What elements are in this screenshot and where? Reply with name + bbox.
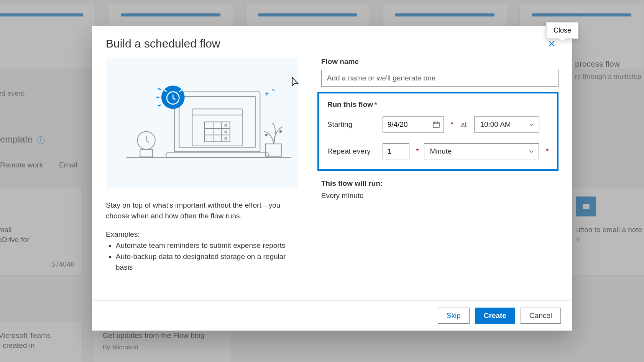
svg-rect-17 [266,144,281,156]
start-time-select[interactable]: 10:00 AM [474,116,539,133]
repeat-count-input[interactable] [383,143,409,159]
svg-point-13 [225,131,227,133]
scheduled-flow-modal: Build a scheduled flow Close [92,26,572,331]
starting-label: Starting [327,120,377,129]
svg-rect-16 [140,149,152,157]
required-asterisk: * [451,121,453,128]
svg-line-27 [158,105,161,106]
run-summary-value: Every minute [321,192,559,200]
flow-name-label: Flow name [321,57,559,66]
repeat-unit-select[interactable]: Minute [424,143,539,159]
svg-point-12 [225,124,227,126]
svg-rect-4 [166,153,268,158]
create-button[interactable]: Create [475,308,515,324]
modal-right-pane: Flow name Run this flow* Starting [308,57,559,300]
illustration [106,57,298,188]
svg-point-18 [279,131,281,133]
example-item: Auto-backup data to designated storage o… [116,251,298,273]
modal-description: Stay on top of what's important without … [106,200,298,221]
close-tooltip-text: Close [554,26,571,34]
example-item: Automate team reminders to submit expens… [116,240,298,251]
at-label: at [461,121,467,129]
svg-rect-5 [192,109,242,146]
cancel-button[interactable]: Cancel [521,308,561,324]
repeat-unit-value: Minute [430,147,452,156]
required-asterisk: * [546,147,549,155]
start-date-input[interactable] [383,116,444,133]
start-time-value: 10:00 AM [480,120,511,129]
required-asterisk: * [375,101,377,108]
svg-point-14 [225,138,227,139]
svg-rect-7 [205,122,230,142]
close-tooltip: Close [546,22,578,39]
modal-title: Build a scheduled flow [106,37,220,50]
svg-line-23 [273,89,274,91]
flow-name-input[interactable] [321,70,559,87]
close-button[interactable]: Close [545,37,559,51]
required-asterisk: * [416,147,419,155]
run-this-flow-section: Run this flow* Starting * at [317,92,559,171]
run-summary-label: This flow will run: [321,179,559,188]
skip-button[interactable]: Skip [438,308,470,324]
svg-line-28 [158,88,161,90]
examples-label: Examples: [106,230,298,239]
svg-point-19 [265,134,267,136]
run-section-label: Run this flow [327,100,373,108]
examples-list: Automate team reminders to submit expens… [106,240,298,273]
modal-left-pane: Stay on top of what's important without … [106,57,308,300]
repeat-label: Repeat every [327,147,377,156]
modal-footer: Skip Create Cancel [92,300,572,331]
